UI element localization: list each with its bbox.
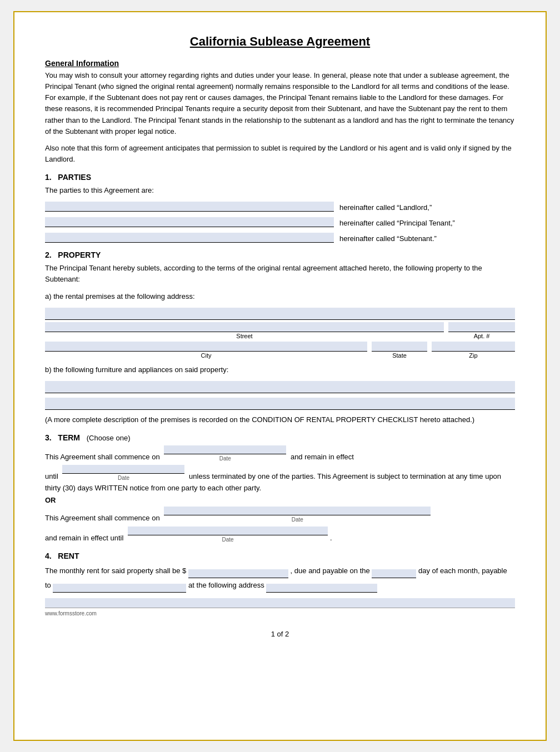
general-info-paragraph1: You may wish to consult your attorney re… <box>45 70 515 137</box>
rent-bottom-line <box>45 598 515 608</box>
term-text3: This Agreement shall commence on Date <box>45 507 515 524</box>
section3-choose: (Choose one) <box>87 434 131 442</box>
city-field[interactable] <box>45 342 367 352</box>
general-info-section: General Information You may wish to cons… <box>45 59 515 165</box>
term-end-date2-field[interactable] <box>128 527 328 535</box>
subtenant-label: hereinafter called “Subtenant.” <box>334 234 437 243</box>
rent-amount-field[interactable] <box>188 569 288 578</box>
rent-day-field[interactable] <box>372 569 416 578</box>
zip-label: Zip <box>469 352 477 359</box>
section2-subsection-a: a) the rental premises at the following … <box>45 291 515 302</box>
section-parties: 1. PARTIES The parties to this Agreement… <box>45 173 515 243</box>
city-label: City <box>201 352 212 359</box>
state-wrap: State <box>372 342 427 359</box>
street-apt-row: Street Apt. # <box>45 322 515 339</box>
address-block: Street Apt. # City State <box>45 308 515 359</box>
section2-number: 2. <box>45 250 52 259</box>
section-property: 2. PROPERTY The Principal Tenant hereby … <box>45 250 515 425</box>
landlord-label: hereinafter called “Landlord,” <box>334 203 432 212</box>
principal-tenant-field[interactable] <box>45 217 334 227</box>
zip-wrap: Zip <box>432 342 515 359</box>
rent-payable-to-field[interactable] <box>53 584 186 593</box>
term-start-date2-field[interactable] <box>164 507 431 515</box>
page-number: 1 of 2 <box>271 630 289 638</box>
zip-field[interactable] <box>432 342 515 352</box>
document-page: California Sublease Agreement General In… <box>13 11 547 741</box>
city-wrap: City <box>45 342 367 359</box>
section2-header: 2. PROPERTY <box>45 250 515 259</box>
party3-row: hereinafter called “Subtenant.” <box>45 233 515 243</box>
term-date2-label: Date <box>118 474 129 483</box>
section4-title: RENT <box>58 552 79 560</box>
rent-address-field[interactable] <box>266 584 377 593</box>
term-date4-label: Date <box>222 535 233 544</box>
term-date1-label: Date <box>219 454 231 463</box>
term-date3-label: Date <box>292 515 303 524</box>
party2-row: hereinafter called “Principal Tenant,” <box>45 217 515 227</box>
apt-field[interactable] <box>448 322 515 332</box>
street-field[interactable] <box>45 322 444 332</box>
general-info-paragraph2: Also note that this form of agreement an… <box>45 143 515 165</box>
term-text4: and remain in effect until Date . <box>45 527 515 544</box>
rent-text: The monthly rent for said property shall… <box>45 564 515 593</box>
section4-number: 4. <box>45 552 52 560</box>
term-end-date-field[interactable] <box>62 465 184 474</box>
section2-text1: The Principal Tenant hereby sublets, acc… <box>45 263 515 285</box>
furniture-line1[interactable] <box>45 381 515 393</box>
or-line: OR <box>45 496 515 504</box>
section1-number: 1. <box>45 173 52 182</box>
party1-row: hereinafter called “Landlord,” <box>45 202 515 212</box>
section1-intro: The parties to this Agreement are: <box>45 185 515 196</box>
page-title: California Sublease Agreement <box>45 34 515 49</box>
section2-condition-text: (A more complete description of the prem… <box>45 414 515 425</box>
street-wrap: Street <box>45 322 444 339</box>
term-start-date-field[interactable] <box>164 445 286 454</box>
street-label: Street <box>236 333 252 339</box>
full-address-field[interactable] <box>45 308 515 320</box>
section3-number: 3. <box>45 433 52 442</box>
page-footer: 1 of 2 <box>45 630 515 638</box>
city-state-zip-row: City State Zip <box>45 342 515 359</box>
term-text1: This Agreement shall commence on Date an… <box>45 445 515 463</box>
furniture-line2[interactable] <box>45 398 515 410</box>
subtenant-field[interactable] <box>45 233 334 243</box>
term-text2: until Date unless terminated by one of t… <box>45 465 515 494</box>
section3-title: TERM <box>58 433 80 442</box>
section4-header: 4. RENT <box>45 552 515 560</box>
section-term: 3. TERM (Choose one) This Agreement shal… <box>45 433 515 544</box>
landlord-field[interactable] <box>45 202 334 212</box>
general-info-heading: General Information <box>45 59 515 68</box>
furniture-block <box>45 381 515 410</box>
state-field[interactable] <box>372 342 427 352</box>
apt-label: Apt. # <box>474 333 490 339</box>
section-rent: 4. RENT The monthly rent for said proper… <box>45 552 515 616</box>
section1-header: 1. PARTIES <box>45 173 515 182</box>
section2-title: PROPERTY <box>58 250 101 259</box>
section1-title: PARTIES <box>58 173 91 182</box>
principal-tenant-label: hereinafter called “Principal Tenant,” <box>334 219 455 227</box>
section3-header: 3. TERM (Choose one) <box>45 433 515 442</box>
state-label: State <box>392 352 407 359</box>
apt-wrap: Apt. # <box>448 322 515 339</box>
website-label: www.formsstore.com <box>45 610 515 616</box>
section2-subsection-b: b) the following furniture and appliance… <box>45 364 515 375</box>
